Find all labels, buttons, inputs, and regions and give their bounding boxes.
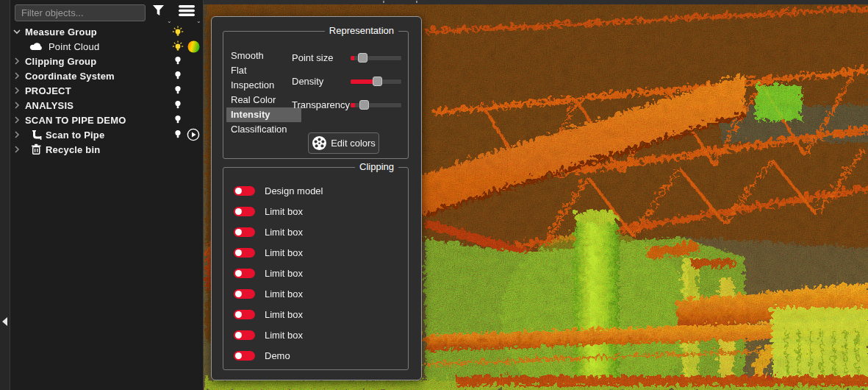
- color-sphere-icon[interactable]: [187, 40, 200, 53]
- object-tree-panel: ⌄ ⌄ Measure Group: [10, 0, 204, 390]
- toggle-switch[interactable]: [234, 186, 255, 196]
- chevron-down-icon: ⌄: [196, 19, 201, 24]
- visibility-bulb-icon[interactable]: [172, 130, 184, 140]
- expander-right-icon[interactable]: [13, 131, 21, 138]
- tree-row-analysis[interactable]: ANALYSIS: [10, 98, 204, 113]
- tree-row-scan-to-pipe-demo[interactable]: SCAN TO PIPE DEMO: [10, 113, 204, 127]
- tree-label: Recycle bin: [46, 144, 100, 155]
- tree-label: SCAN TO PIPE DEMO: [25, 115, 126, 126]
- visibility-bulb-icon[interactable]: [172, 85, 184, 96]
- clipping-group: Clipping Design model Limit box Limit bo…: [223, 167, 409, 370]
- density-slider-row: Density: [223, 74, 409, 89]
- transparency-slider-row: Transparency: [223, 98, 409, 113]
- tree-label: Scan to Pipe: [46, 130, 104, 141]
- toggle-switch[interactable]: [234, 248, 255, 258]
- object-tree: Measure Group Point Cloud: [10, 24, 204, 157]
- representation-clipping-panel: Representation Smooth Flat Inspection Re…: [211, 16, 422, 380]
- toggle-knob: [235, 249, 242, 256]
- top-strip: [204, 0, 868, 4]
- expander-right-icon[interactable]: [13, 116, 21, 124]
- clip-row-demo[interactable]: Demo: [223, 345, 409, 366]
- tree-row-recycle-bin[interactable]: Recycle bin: [10, 142, 204, 157]
- mode-classification[interactable]: Classification: [226, 122, 301, 137]
- menu-button[interactable]: ⌄: [178, 3, 201, 24]
- visibility-bulb-on-icon[interactable]: [172, 40, 184, 52]
- clip-row-limit-box[interactable]: Limit box: [223, 263, 409, 283]
- clip-row-design-model[interactable]: Design model: [223, 180, 409, 201]
- point-size-slider[interactable]: [350, 55, 402, 61]
- toggle-knob: [235, 270, 242, 277]
- tree-label: Point Cloud: [49, 41, 99, 52]
- hamburger-icon: [178, 3, 196, 19]
- tree-row-point-cloud[interactable]: Point Cloud: [10, 39, 204, 54]
- toggle-switch[interactable]: [234, 207, 255, 216]
- clip-label: Limit box: [265, 227, 303, 238]
- toggle-switch[interactable]: [234, 330, 255, 340]
- expander-right-icon[interactable]: [13, 87, 21, 94]
- expander-right-icon[interactable]: [13, 146, 21, 153]
- cloud-icon: [29, 42, 44, 52]
- toggle-switch[interactable]: [234, 269, 255, 278]
- toggle-knob: [235, 332, 242, 338]
- slider-thumb[interactable]: [358, 53, 367, 63]
- clip-label: Limit box: [265, 330, 303, 341]
- toggle-switch[interactable]: [234, 289, 255, 299]
- visibility-bulb-icon[interactable]: [172, 115, 184, 125]
- clip-label: Limit box: [265, 268, 303, 279]
- tree-row-project[interactable]: PROJECT: [10, 83, 204, 98]
- transparency-label: Transparency: [292, 99, 350, 110]
- play-button[interactable]: [187, 128, 200, 141]
- filter-objects-input[interactable]: [15, 4, 146, 21]
- visibility-bulb-on-icon[interactable]: [172, 26, 184, 38]
- toggle-knob: [235, 352, 242, 359]
- expander-right-icon[interactable]: [13, 57, 21, 65]
- pipe-elbow-icon: [31, 129, 46, 141]
- clip-label: Limit box: [265, 247, 303, 258]
- tree-row-scan-to-pipe[interactable]: Scan to Pipe: [10, 127, 204, 142]
- clip-row-limit-box[interactable]: Limit box: [223, 283, 409, 304]
- clip-row-limit-box[interactable]: Limit box: [223, 304, 409, 325]
- slider-fill: [351, 79, 374, 84]
- representation-group-title: Representation: [325, 25, 398, 36]
- palette-icon: [312, 135, 327, 151]
- clip-label: Limit box: [265, 206, 303, 217]
- filter-button[interactable]: ⌄: [151, 3, 172, 24]
- slider-thumb[interactable]: [373, 77, 382, 86]
- visibility-bulb-icon[interactable]: [172, 71, 184, 81]
- toggle-switch[interactable]: [234, 227, 255, 237]
- toggle-switch[interactable]: [234, 310, 255, 319]
- toggle-knob: [235, 229, 242, 235]
- tree-row-measure-group[interactable]: Measure Group: [10, 24, 204, 39]
- sidebar-collapse-arrow-icon[interactable]: [2, 317, 7, 326]
- edit-colors-label: Edit colors: [331, 138, 376, 149]
- visibility-bulb-icon[interactable]: [172, 100, 184, 110]
- clip-row-limit-box[interactable]: Limit box: [223, 201, 409, 221]
- top-strip-mark: [383, 1, 384, 3]
- density-slider[interactable]: [350, 79, 402, 85]
- visibility-bulb-icon[interactable]: [172, 56, 184, 66]
- trash-icon: [31, 143, 46, 155]
- tree-label: Coordinate System: [25, 71, 115, 82]
- edit-colors-button[interactable]: Edit colors: [308, 132, 379, 154]
- expander-right-icon[interactable]: [13, 72, 21, 79]
- toggle-knob: [235, 311, 242, 318]
- clip-row-limit-box[interactable]: Limit box: [223, 242, 409, 263]
- tree-row-coordinate-system[interactable]: Coordinate System: [10, 68, 204, 83]
- clip-row-limit-box[interactable]: Limit box: [223, 325, 409, 345]
- slider-thumb[interactable]: [359, 100, 369, 110]
- clip-label: Demo: [265, 350, 290, 361]
- tree-label: Clipping Group: [25, 56, 96, 67]
- clip-label: Limit box: [265, 288, 303, 299]
- slider-fill: [351, 103, 355, 107]
- transparency-slider[interactable]: [350, 102, 402, 108]
- expander-right-icon[interactable]: [13, 102, 21, 109]
- expander-down-icon[interactable]: [13, 28, 21, 35]
- app-window: ⌄ ⌄ Measure Group: [0, 0, 868, 390]
- point-size-slider-row: Point size: [223, 51, 409, 65]
- top-strip-mark: [416, 1, 417, 3]
- toggle-knob: [235, 208, 242, 215]
- clip-row-limit-box[interactable]: Limit box: [223, 221, 409, 242]
- toggle-switch[interactable]: [234, 351, 255, 361]
- tree-label: PROJECT: [25, 85, 71, 96]
- tree-row-clipping-group[interactable]: Clipping Group: [10, 54, 204, 68]
